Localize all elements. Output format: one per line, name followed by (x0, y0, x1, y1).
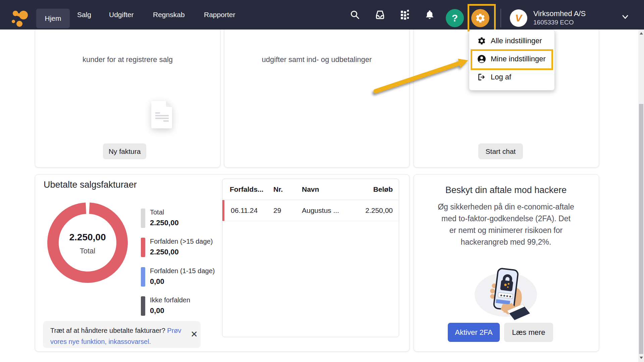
legend-swatch-overdue-1-15 (141, 267, 145, 287)
vertical-scrollbar[interactable] (638, 29, 644, 362)
scrollbar-up-icon[interactable] (640, 32, 643, 35)
cell-name: Augustus ... (302, 200, 339, 221)
inkasso-banner: Træt af at håndtere ubetalte fakturaer? … (43, 321, 201, 348)
nav-item-hjem[interactable]: Hjem (36, 9, 70, 28)
legend-label: Total (150, 208, 164, 216)
cell-due-date: 06.11.24 (231, 200, 258, 221)
top-navbar: Hjem Salg Udgifter Regnskab Rapporter ? … (0, 0, 644, 29)
read-more-button[interactable]: Læs mere (504, 323, 553, 342)
unpaid-invoices-table: Forfalds... Nr. Navn Beløb 06.11.24 29 A… (222, 179, 399, 337)
new-invoice-button[interactable]: Ny faktura (103, 143, 146, 159)
legend-value: 2.250,00 (150, 219, 179, 227)
document-icon (151, 101, 173, 128)
legend-swatch-overdue-15plus (141, 238, 145, 257)
new-invoice-card: kunder for at registrere salg Ny faktura (35, 20, 220, 168)
twofa-body-line: er nemt og minimerer risikoen for (414, 226, 598, 235)
twofa-body-line: hackerangreb med 99,2%. (414, 238, 598, 247)
economic-logo[interactable] (11, 9, 29, 27)
menu-item-label: Alle indstillinger (491, 37, 542, 45)
col-header-due-date[interactable]: Forfalds... (230, 179, 263, 200)
annotation-arrow (366, 50, 476, 101)
donut-center-label: Total (54, 247, 121, 255)
gear-icon (477, 37, 486, 45)
settings-highlight-box (468, 4, 496, 32)
chevron-down-icon[interactable] (621, 12, 630, 21)
notifications-bell-icon[interactable] (420, 0, 439, 29)
twofa-body-line: med to-faktor-godkendelse (2FA). Det (414, 214, 598, 223)
settings-dropdown-menu: Alle indstillinger Mine indstillinger Lo… (469, 29, 555, 90)
nav-item-rapporter[interactable]: Rapporter (204, 0, 235, 29)
company-name: Virksomhed A/S (533, 9, 586, 18)
legend-swatch-not-due (141, 296, 145, 316)
scrollbar-thumb[interactable] (639, 104, 643, 354)
phone-2fa-illustration: ★★★★ (472, 266, 539, 320)
legend-value: 0,00 (150, 277, 164, 286)
col-header-name[interactable]: Navn (302, 179, 319, 200)
legend-value: 2.250,00 (150, 248, 179, 256)
banner-text: Træt af at håndtere ubetalte fakturaer? … (50, 325, 184, 347)
invoice-card-subtitle: kunder for at registrere salg (35, 55, 220, 64)
nav-item-regnskab[interactable]: Regnskab (153, 0, 185, 29)
legend-label: Ikke forfalden (150, 296, 190, 304)
overdue-stripe (222, 200, 224, 221)
activate-2fa-button[interactable]: Aktiver 2FA (448, 323, 500, 342)
legend-swatch-total (141, 208, 145, 228)
visma-account-avatar[interactable]: V (510, 9, 527, 27)
donut-ring (51, 206, 124, 279)
help-glyph: ? (452, 12, 458, 24)
help-button[interactable]: ? (446, 9, 464, 27)
unpaid-donut-chart (47, 202, 128, 283)
unpaid-invoices-title: Ubetalte salgsfakturaer (44, 180, 137, 190)
donut-center-value: 2.250,00 (54, 232, 121, 243)
logout-icon (477, 73, 486, 81)
app-switcher-icon[interactable] (395, 0, 414, 29)
legend-label: Forfalden (1-15 dage) (150, 267, 215, 275)
inbox-icon[interactable] (371, 0, 389, 29)
legend-value: 0,00 (150, 306, 164, 315)
legend-label: Forfalden (>15 dage) (150, 238, 213, 245)
col-header-amount[interactable]: Beløb (373, 179, 393, 200)
nav-item-salg[interactable]: Salg (77, 0, 91, 29)
menu-item-log-out[interactable]: Log af (472, 68, 552, 86)
menu-item-label: Log af (491, 73, 511, 81)
scrollbar-down-icon[interactable] (640, 357, 643, 359)
nav-item-udgifter[interactable]: Udgifter (109, 0, 134, 29)
menu-item-all-settings[interactable]: Alle indstillinger (472, 32, 552, 50)
search-icon[interactable] (345, 0, 364, 29)
start-chat-button[interactable]: Start chat (478, 143, 523, 159)
cell-number: 29 (273, 200, 281, 221)
nav-divider (500, 9, 501, 27)
my-settings-highlight-box (471, 49, 553, 70)
twofa-title: Beskyt din aftale mod hackere (414, 185, 598, 195)
avatar-letter: V (515, 12, 522, 24)
app-window: kunder for at registrere salg Ny faktura… (0, 0, 644, 362)
col-header-number[interactable]: Nr. (273, 179, 283, 200)
company-number: 1605339 ECO (533, 19, 574, 26)
twofa-body-line: Øg sikkerheden på din e-conomic-aftale (414, 202, 598, 212)
cell-amount: 2.250,00 (365, 200, 393, 221)
table-row[interactable]: 06.11.24 29 Augustus ... 2.250,00 (222, 200, 399, 221)
banner-close-icon[interactable]: ✕ (191, 329, 198, 340)
